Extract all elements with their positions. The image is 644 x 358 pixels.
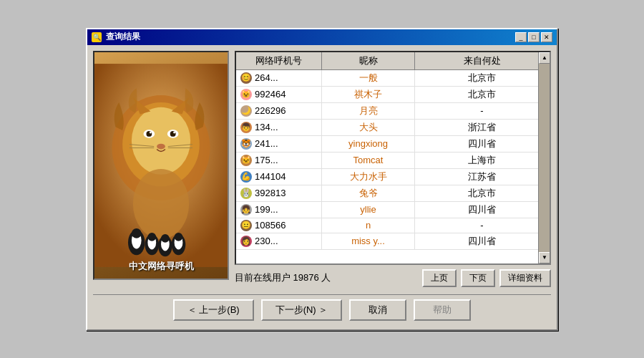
scrollbar[interactable]: ▲ ▼	[538, 52, 550, 263]
cell-location: -	[415, 103, 550, 119]
svg-point-3	[132, 107, 190, 174]
cell-id: 👦134...	[236, 120, 322, 135]
table-row[interactable]: 💪144104大力水手江苏省	[236, 169, 550, 185]
cell-nickname: yingxiong	[322, 136, 415, 152]
avatar: 🐰	[240, 188, 252, 199]
cell-id: 💪144104	[236, 169, 322, 185]
detail-button[interactable]: 详细资料	[499, 269, 551, 287]
prev-page-button[interactable]: 上页	[422, 269, 457, 287]
scroll-down-button[interactable]: ▼	[539, 252, 550, 263]
cell-id: 🐰392813	[236, 185, 322, 201]
cell-location: 四川省	[415, 233, 550, 249]
maximize-button[interactable]: □	[528, 32, 540, 42]
cell-nickname: Tomcat	[322, 153, 415, 168]
window-body: 中文网络寻呼机 网络呼机号 昵称 来自何处	[87, 45, 557, 329]
main-area: 中文网络寻呼机 网络呼机号 昵称 来自何处	[93, 51, 551, 289]
cell-location: 四川省	[415, 202, 550, 218]
back-button[interactable]: ＜ 上一步(B)	[173, 299, 254, 321]
cell-id: 👩230...	[236, 233, 322, 249]
results-table: 网络呼机号 昵称 来自何处 😊264...一般北京市😺992464祺木子北京市🌙…	[235, 51, 551, 265]
cell-location: 浙江省	[415, 120, 550, 135]
cell-id: 😺992464	[236, 87, 322, 102]
cell-location: 北京市	[415, 185, 550, 201]
cell-id: 🌙226296	[236, 103, 322, 119]
table-row[interactable]: 😐108566n-	[236, 218, 550, 233]
svg-point-9	[173, 131, 175, 133]
cell-nickname: yllie	[322, 202, 415, 218]
svg-point-10	[157, 143, 165, 149]
status-bar: 目前在线用户 19876 人 上页 下页 详细资料	[235, 268, 551, 289]
status-text: 目前在线用户 19876 人	[235, 271, 418, 284]
title-bar-buttons: _ □ ✕	[515, 32, 552, 42]
table-row[interactable]: 👩230...miss y...四川省	[236, 233, 550, 250]
next-page-button[interactable]: 下页	[461, 269, 495, 287]
avatar: 🐱	[240, 155, 252, 166]
cell-location: 北京市	[415, 87, 550, 102]
avatar: 👦	[240, 122, 252, 133]
svg-point-8	[150, 131, 152, 133]
scroll-up-button[interactable]: ▲	[539, 52, 550, 64]
main-window: 🔍 查询结果 _ □ ✕	[86, 28, 558, 331]
close-button[interactable]: ✕	[541, 32, 552, 42]
help-button[interactable]: 帮助	[414, 299, 471, 321]
title-bar: 🔍 查询结果 _ □ ✕	[87, 29, 557, 45]
scroll-track	[539, 64, 550, 252]
cell-id: 😐108566	[236, 218, 322, 233]
svg-point-26	[161, 233, 170, 242]
cell-id: 😊264...	[236, 70, 322, 86]
table-header: 网络呼机号 昵称 来自何处	[236, 52, 550, 70]
bottom-bar: ＜ 上一步(B) 下一步(N) ＞ 取消 帮助	[93, 294, 551, 324]
avatar: 😺	[240, 89, 252, 100]
cell-location: 上海市	[415, 153, 550, 168]
right-panel: 网络呼机号 昵称 来自何处 😊264...一般北京市😺992464祺木子北京市🌙…	[235, 51, 551, 289]
cell-location: 北京市	[415, 70, 550, 86]
table-row[interactable]: 🐰392813兔爷北京市	[236, 185, 550, 202]
avatar: 🌙	[240, 105, 252, 117]
col-header-location: 来自何处	[415, 52, 550, 69]
table-row[interactable]: 👦134...大头浙江省	[236, 120, 550, 136]
window-title: 查询结果	[106, 31, 511, 43]
cell-nickname: 月亮	[322, 103, 415, 119]
svg-point-23	[147, 232, 156, 241]
cell-nickname: 大力水手	[322, 169, 415, 185]
decorative-image	[94, 52, 228, 279]
table-row[interactable]: 👧199...yllie四川省	[236, 202, 550, 218]
avatar: 🐯	[240, 138, 252, 150]
cell-location: 江苏省	[415, 169, 550, 185]
avatar: 👩	[240, 236, 252, 247]
title-icon: 🔍	[92, 32, 102, 42]
panel-image: 中文网络寻呼机	[94, 52, 228, 279]
svg-point-17	[133, 168, 189, 238]
table-row[interactable]: 😺992464祺木子北京市	[236, 87, 550, 103]
table-row[interactable]: 🌙226296月亮-	[236, 103, 550, 120]
col-header-nickname: 昵称	[322, 52, 415, 69]
cell-nickname: n	[322, 218, 415, 233]
table-row[interactable]: 😊264...一般北京市	[236, 70, 550, 87]
cell-nickname: 大头	[322, 120, 415, 135]
minimize-button[interactable]: _	[515, 32, 527, 42]
table-body: 😊264...一般北京市😺992464祺木子北京市🌙226296月亮-👦134.…	[236, 70, 550, 263]
table-row[interactable]: 🐱175...Tomcat上海市	[236, 153, 550, 169]
next-button[interactable]: 下一步(N) ＞	[261, 299, 343, 321]
avatar: 😐	[240, 220, 252, 231]
cell-id: 🐯241...	[236, 136, 322, 152]
cell-nickname: 一般	[322, 70, 415, 86]
avatar: 👧	[240, 204, 252, 216]
cell-id: 👧199...	[236, 202, 322, 218]
avatar: 💪	[240, 171, 252, 183]
cell-location: -	[415, 218, 550, 233]
svg-point-29	[175, 232, 183, 241]
cell-nickname: 兔爷	[322, 185, 415, 201]
left-panel: 中文网络寻呼机	[93, 51, 229, 280]
avatar: 😊	[240, 72, 252, 84]
cell-id: 🐱175...	[236, 153, 322, 168]
cell-nickname: 祺木子	[322, 87, 415, 102]
cell-location: 四川省	[415, 136, 550, 152]
col-header-id: 网络呼机号	[236, 52, 322, 69]
table-row[interactable]: 🐯241...yingxiong四川省	[236, 136, 550, 153]
cell-nickname: miss y...	[322, 233, 415, 249]
svg-point-20	[132, 228, 142, 238]
panel-label: 中文网络寻呼机	[94, 260, 228, 273]
cancel-button[interactable]: 取消	[349, 299, 406, 321]
